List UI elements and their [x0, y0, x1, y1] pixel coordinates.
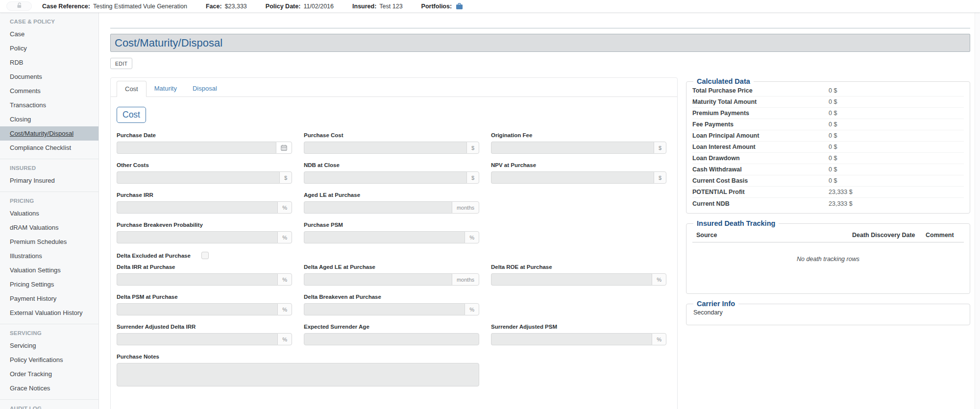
sidebar-item-cost-maturity-disposal[interactable]: Cost/Maturity/Disposal: [0, 126, 98, 141]
sidebar-item-servicing[interactable]: Servicing: [0, 338, 98, 353]
delta-excluded-at-purchase-checkbox[interactable]: [201, 252, 209, 259]
form-row: Surrender Adjusted Delta IRR%Expected Su…: [117, 324, 671, 345]
sidebar-item-primary-insured[interactable]: Primary Insured: [0, 173, 98, 188]
calc-value: 0 $: [829, 121, 837, 128]
sidebar-item-case[interactable]: Case: [0, 27, 98, 41]
calc-label: Total Purchase Price: [692, 87, 829, 94]
calc-row-current-ndb: Current NDB23,333 $: [692, 198, 964, 209]
purchase-cost-input[interactable]: [304, 142, 466, 154]
delta-psm-at-purchase-input[interactable]: [117, 303, 277, 315]
purchase-irr-input[interactable]: [117, 201, 277, 214]
field-other-costs: Other Costs$: [117, 162, 292, 184]
field-delta-aged-le-at-purchase: Delta Aged LE at Purchasemonths: [304, 264, 479, 286]
header-field-label: Case Reference:: [42, 3, 90, 10]
sidebar-item-closing[interactable]: Closing: [0, 112, 98, 126]
field-purchase-psm: Purchase PSM%: [304, 222, 479, 243]
calc-label: POTENTIAL Profit: [692, 189, 829, 195]
field-label: NPV at Purchase: [491, 162, 666, 168]
aged-le-at-purchase-input[interactable]: [304, 201, 452, 214]
checkbox-row-delta-excluded-at-purchase: Delta Excluded at Purchase: [117, 252, 671, 259]
sidebar-item-pricing-settings[interactable]: Pricing Settings: [0, 277, 98, 291]
purchase-date-input[interactable]: [117, 142, 276, 154]
sidebar-item-order-tracking[interactable]: Order Tracking: [0, 367, 98, 381]
field-label: Delta Excluded at Purchase: [117, 253, 191, 259]
calc-row-current-cost-basis: Current Cost Basis0 $: [692, 175, 964, 187]
form-row: Purchase DatePurchase Cost$Origination F…: [117, 132, 671, 154]
sidebar-item-rdb[interactable]: RDB: [0, 55, 98, 70]
sidebar-item-policy[interactable]: Policy: [0, 41, 98, 55]
months-addon: months: [452, 273, 479, 286]
sidebar-item-documents[interactable]: Documents: [0, 70, 98, 84]
sidebar-section-title-pricing: PRICING: [0, 192, 98, 206]
header-field-policy-date: Policy Date:11/02/2016: [266, 3, 334, 10]
field-ndb-at-close: NDB at Close$: [304, 162, 479, 184]
delta-irr-at-purchase-input[interactable]: [117, 273, 277, 286]
field-delta-breakeven-at-purchase: Delta Breakeven at Purchase%: [304, 294, 479, 315]
delta-aged-le-at-purchase-input[interactable]: [304, 273, 452, 286]
expected-surrender-age-input[interactable]: [304, 333, 479, 345]
calc-value: 0 $: [829, 87, 837, 94]
sidebar-section-title-audit-log: AUDIT LOG: [0, 400, 98, 409]
npv-at-purchase-input[interactable]: [491, 171, 654, 184]
purchase-breakeven-probability-input[interactable]: [117, 231, 277, 243]
briefcase-icon[interactable]: [456, 3, 463, 10]
tab-cost[interactable]: Cost: [117, 81, 147, 97]
other-costs-input[interactable]: [117, 171, 279, 184]
header-field-face: Face:$23,333: [206, 3, 247, 10]
percent-addon: %: [465, 231, 479, 243]
input-group: $: [304, 171, 479, 184]
purchase-notes-textarea[interactable]: [117, 363, 479, 386]
dollar-addon: $: [654, 142, 666, 154]
ndb-at-close-input[interactable]: [304, 171, 466, 184]
origination-fee-input[interactable]: [491, 142, 654, 154]
calendar-icon[interactable]: [276, 142, 292, 154]
calc-row-total-purchase-price: Total Purchase Price0 $: [692, 85, 964, 96]
dollar-addon: $: [279, 171, 292, 184]
sidebar-item-illustrations[interactable]: Illustrations: [0, 249, 98, 263]
percent-addon: %: [277, 201, 292, 214]
sidebar-item-valuations[interactable]: Valuations: [0, 206, 98, 220]
header-field-label: Face:: [206, 3, 222, 10]
calc-value: 23,333 $: [829, 189, 853, 195]
sidebar-item-comments[interactable]: Comments: [0, 84, 98, 98]
delta-roe-at-purchase-input[interactable]: [491, 273, 652, 286]
scrollbar-track[interactable]: [975, 13, 980, 409]
surrender-adjusted-delta-irr-input[interactable]: [117, 333, 277, 345]
field-surrender-adjusted-delta-irr: Surrender Adjusted Delta IRR%: [117, 324, 292, 345]
surrender-adjusted-psm-input[interactable]: [491, 333, 652, 345]
sidebar-item-payment-history[interactable]: Payment History: [0, 291, 98, 306]
edit-button[interactable]: EDIT: [110, 58, 132, 69]
field-label: Other Costs: [117, 162, 292, 168]
field-label: Surrender Adjusted PSM: [491, 324, 666, 330]
calc-label: Loan Principal Amount: [692, 132, 829, 139]
dollar-addon: $: [466, 171, 479, 184]
delta-breakeven-at-purchase-input[interactable]: [304, 303, 465, 315]
sidebar-item-external-valuation-history[interactable]: External Valuation History: [0, 306, 98, 320]
sidebar-item-transactions[interactable]: Transactions: [0, 98, 98, 112]
field-delta-roe-at-purchase: Delta ROE at Purchase%: [491, 264, 666, 286]
sidebar-item-premium-schedules[interactable]: Premium Schedules: [0, 235, 98, 249]
calc-label: Loan Interest Amount: [692, 144, 829, 150]
percent-addon: %: [277, 303, 292, 315]
calc-value: 0 $: [829, 98, 837, 105]
tab-maturity[interactable]: Maturity: [147, 81, 185, 96]
sidebar-item-grace-notices[interactable]: Grace Notices: [0, 381, 98, 395]
sidebar-item-dram-valuations[interactable]: dRAM Valuations: [0, 220, 98, 235]
input-group: $: [117, 171, 292, 184]
purchase-psm-input[interactable]: [304, 231, 465, 243]
months-addon: months: [452, 201, 479, 214]
calc-row-maturity-total-amount: Maturity Total Amount0 $: [692, 96, 964, 108]
lock-button[interactable]: [6, 1, 32, 11]
calculated-data-legend: Calculated Data: [693, 77, 754, 85]
field-expected-surrender-age: Expected Surrender Age: [304, 324, 479, 345]
calc-row-loan-drawdown: Loan Drawdown0 $: [692, 153, 964, 164]
sidebar-item-policy-verifications[interactable]: Policy Verifications: [0, 353, 98, 367]
calc-label: Current Cost Basis: [692, 177, 829, 184]
calc-row-loan-interest-amount: Loan Interest Amount0 $: [692, 142, 964, 153]
sidebar-section-title-insured: INSURED: [0, 159, 98, 173]
sidebar-item-compliance-checklist[interactable]: Compliance Checklist: [0, 141, 98, 155]
tab-disposal[interactable]: Disposal: [185, 81, 225, 96]
unlock-icon: [16, 2, 23, 11]
field-label: Purchase IRR: [117, 192, 292, 198]
sidebar-item-valuation-settings[interactable]: Valuation Settings: [0, 263, 98, 277]
